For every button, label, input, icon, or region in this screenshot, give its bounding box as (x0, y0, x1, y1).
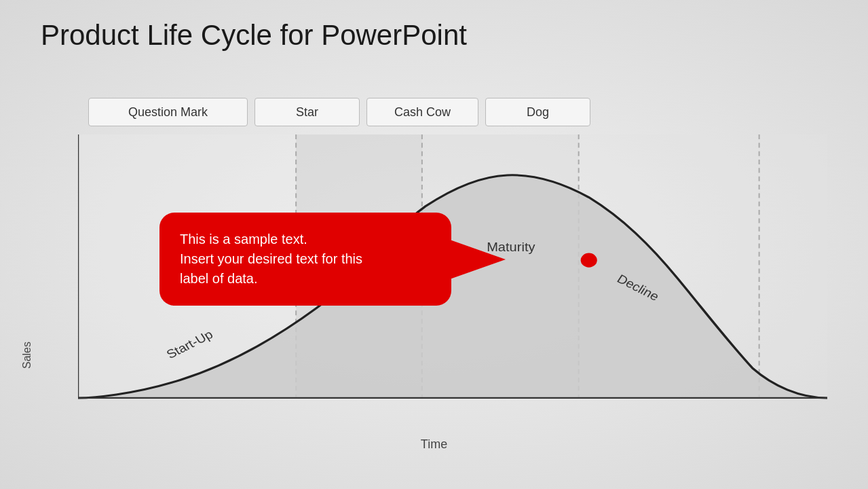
chart-svg-container: Start-Up Maturity Decline This is a samp… (78, 134, 827, 428)
y-axis-label: Sales (21, 342, 33, 369)
chart-area: Question Mark Star Cash Cow Dog Sales Ti… (41, 95, 827, 455)
phase-label-question-mark: Question Mark (88, 98, 248, 126)
data-point-circle (581, 253, 597, 268)
chart-inner: Sales Time (41, 134, 827, 428)
callout-tooltip: This is a sample text. Insert your desir… (159, 213, 451, 306)
x-axis-label: Time (421, 437, 447, 452)
callout-text-line2: Insert your desired text for this (180, 251, 362, 266)
phase-labels-row: Question Mark Star Cash Cow Dog (88, 95, 827, 129)
phase-label-dog: Dog (485, 98, 590, 126)
phase-label-cash-cow: Cash Cow (366, 98, 478, 126)
phase-label-star: Star (254, 98, 360, 126)
page-title: Product Life Cycle for PowerPoint (41, 19, 467, 52)
callout-text-line1: This is a sample text. (180, 232, 307, 247)
callout-text-line3: label of data. (180, 271, 258, 286)
